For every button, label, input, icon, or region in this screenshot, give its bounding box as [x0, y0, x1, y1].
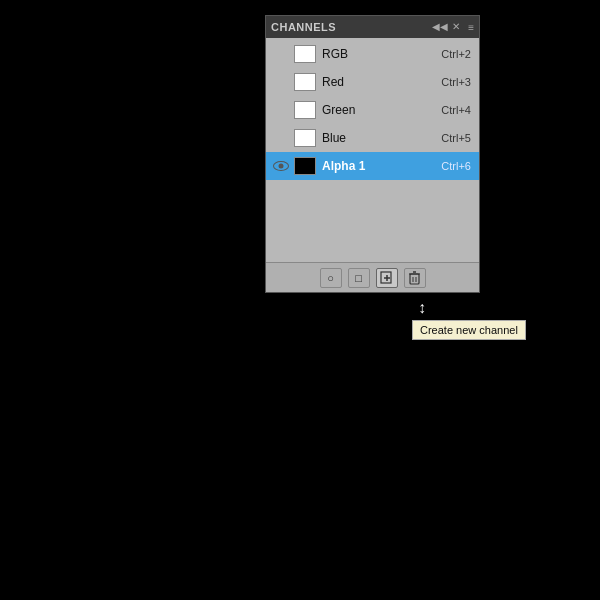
thumbnail-col-blue: [292, 129, 318, 147]
panel-footer: ○ □: [266, 262, 479, 292]
thumbnail-col-red: [292, 73, 318, 91]
thumb-blue: [294, 129, 316, 147]
channel-name-alpha1: Alpha 1: [322, 159, 441, 173]
thumbnail-col-green: [292, 101, 318, 119]
shortcut-red: Ctrl+3: [441, 76, 471, 88]
channel-name-green: Green: [322, 103, 441, 117]
svg-rect-3: [410, 274, 419, 284]
trash-icon: [408, 271, 421, 285]
shortcut-green: Ctrl+4: [441, 104, 471, 116]
save-selection-button[interactable]: □: [348, 268, 370, 288]
cursor: ↕: [418, 299, 426, 317]
titlebar-controls: ◀◀ ✕ ≡: [432, 22, 474, 33]
channel-name-rgb: RGB: [322, 47, 441, 61]
new-channel-button[interactable]: [376, 268, 398, 288]
close-button[interactable]: ✕: [452, 22, 460, 32]
panel-title: CHANNELS: [271, 21, 336, 33]
shortcut-rgb: Ctrl+2: [441, 48, 471, 60]
thumb-alpha1: [294, 157, 316, 175]
thumbnail-col-rgb: [292, 45, 318, 63]
thumbnail-col-alpha1: [292, 157, 318, 175]
eye-col-alpha1: [270, 161, 292, 171]
empty-area: [266, 182, 479, 262]
delete-channel-button[interactable]: [404, 268, 426, 288]
shortcut-blue: Ctrl+5: [441, 132, 471, 144]
panel-titlebar: CHANNELS ◀◀ ✕ ≡: [266, 16, 479, 38]
new-channel-icon: [380, 271, 394, 285]
shortcut-alpha1: Ctrl+6: [441, 160, 471, 172]
channel-name-red: Red: [322, 75, 441, 89]
minimize-button[interactable]: ◀◀: [432, 22, 448, 32]
thumb-green: [294, 101, 316, 119]
channel-row-blue[interactable]: Blue Ctrl+5: [266, 124, 479, 152]
channel-name-blue: Blue: [322, 131, 441, 145]
channel-row-rgb[interactable]: RGB Ctrl+2: [266, 40, 479, 68]
tooltip-create-new-channel: Create new channel: [412, 320, 526, 340]
channel-row-green[interactable]: Green Ctrl+4: [266, 96, 479, 124]
visibility-icon-alpha1[interactable]: [273, 161, 289, 171]
thumb-red: [294, 73, 316, 91]
channel-row-red[interactable]: Red Ctrl+3: [266, 68, 479, 96]
panel-menu-button[interactable]: ≡: [468, 22, 474, 33]
channels-list: RGB Ctrl+2 Red Ctrl+3 Green Ctrl+4: [266, 38, 479, 182]
thumb-rgb: [294, 45, 316, 63]
channels-panel: CHANNELS ◀◀ ✕ ≡ RGB Ctrl+2 Red Ctrl+3: [265, 15, 480, 293]
load-selection-button[interactable]: ○: [320, 268, 342, 288]
channel-row-alpha1[interactable]: Alpha 1 Ctrl+6: [266, 152, 479, 180]
tooltip-text: Create new channel: [420, 324, 518, 336]
